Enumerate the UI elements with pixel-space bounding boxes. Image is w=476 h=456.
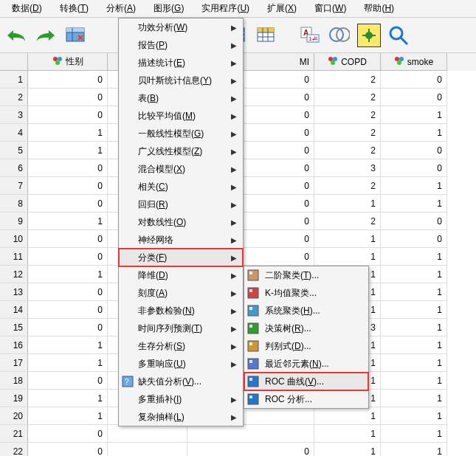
cell[interactable]: 0 <box>28 159 108 177</box>
cell[interactable]: 1 <box>314 407 381 425</box>
cell[interactable]: 0 <box>381 230 447 248</box>
menu-item[interactable]: 混合模型(X)▶ <box>119 160 243 178</box>
undo-icon[interactable] <box>4 24 28 47</box>
cell[interactable]: 0 <box>28 319 108 336</box>
cell[interactable]: 0 <box>28 372 108 390</box>
cell[interactable]: 0 <box>28 177 108 195</box>
cell[interactable]: 1 <box>28 390 108 407</box>
cell[interactable]: 0 <box>381 71 447 89</box>
cell[interactable]: 1 <box>28 124 108 142</box>
cell[interactable]: 2 <box>314 106 381 124</box>
cell[interactable]: 2 <box>314 142 381 159</box>
menubar-item-transform[interactable]: 转换(T) <box>51 0 97 17</box>
submenu-item[interactable]: 二阶聚类(T)... <box>244 266 368 284</box>
cell[interactable]: 2 <box>314 89 381 106</box>
menu-item[interactable]: 神经网络▶ <box>119 231 243 249</box>
menu-item[interactable]: 生存分析(S)▶ <box>119 337 243 355</box>
cell[interactable]: 0 <box>28 106 108 124</box>
cell[interactable]: 0 <box>381 89 447 106</box>
row-number[interactable]: 6 <box>0 159 28 177</box>
cell[interactable]: 1 <box>381 266 447 283</box>
select-cases-icon[interactable] <box>63 24 87 47</box>
menu-item[interactable]: 报告(P)▶ <box>119 36 243 54</box>
row-number[interactable]: 15 <box>0 319 28 336</box>
row-number[interactable]: 19 <box>0 390 28 407</box>
cell[interactable]: 2 <box>314 124 381 142</box>
menu-item[interactable]: 对数线性(O)▶ <box>119 213 243 231</box>
row-number[interactable]: 13 <box>0 283 28 301</box>
menu-item[interactable]: 描述统计(E)▶ <box>119 54 243 72</box>
menubar-item-extensions[interactable]: 扩展(X) <box>258 0 306 17</box>
cell[interactable]: 1 <box>381 248 447 266</box>
menubar-item-analyze[interactable]: 分析(A) <box>97 0 145 17</box>
row-number[interactable]: 8 <box>0 195 28 213</box>
cell[interactable] <box>108 425 187 443</box>
cell[interactable]: 1 <box>314 230 381 248</box>
row-number[interactable]: 21 <box>0 425 28 443</box>
menu-item[interactable]: 比较平均值(M)▶ <box>119 107 243 125</box>
row-number[interactable]: 12 <box>0 266 28 283</box>
row-number[interactable]: 5 <box>0 142 28 159</box>
cell[interactable]: 0 <box>381 213 447 230</box>
value-labels-icon[interactable] <box>328 24 351 47</box>
variable-labels-icon[interactable]: A1↲4 <box>298 24 322 47</box>
row-number[interactable]: 1 <box>0 71 28 89</box>
cell[interactable]: 0 <box>381 159 447 177</box>
submenu-item[interactable]: ROC 曲线(V)... <box>244 373 368 390</box>
submenu-item[interactable]: ROC 分析... <box>244 390 368 408</box>
cell[interactable]: 0 <box>28 71 108 89</box>
menubar-item-utilities[interactable]: 实用程序(U) <box>193 0 258 17</box>
menubar-item-window[interactable]: 窗口(W) <box>306 0 355 17</box>
submenu-item[interactable]: 最近邻元素(N)... <box>244 355 368 373</box>
row-number[interactable]: 22 <box>0 443 28 456</box>
row-number[interactable]: 16 <box>0 336 28 354</box>
column-header-copd[interactable]: COPD <box>314 53 381 71</box>
cell[interactable]: 0 <box>28 195 108 213</box>
menu-item[interactable]: 相关(C)▶ <box>119 178 243 196</box>
cell[interactable]: 1 <box>381 106 447 124</box>
cell[interactable]: 3 <box>314 159 381 177</box>
row-number[interactable]: 18 <box>0 372 28 390</box>
menu-item[interactable]: 刻度(A)▶ <box>119 284 243 302</box>
cell[interactable]: 1 <box>381 354 447 372</box>
menubar-item-data[interactable]: 数据(D) <box>3 0 51 17</box>
submenu-item[interactable]: K-均值聚类... <box>244 284 368 302</box>
cell[interactable]: 1 <box>314 195 381 213</box>
cell[interactable]: 1 <box>381 283 447 301</box>
cell[interactable]: 0 <box>28 230 108 248</box>
cell[interactable]: 1 <box>314 248 381 266</box>
cell[interactable]: 1 <box>381 372 447 390</box>
menu-item[interactable]: 非参数检验(N)▶ <box>119 302 243 319</box>
cell[interactable]: 1 <box>381 195 447 213</box>
cell[interactable]: 0 <box>381 142 447 159</box>
submenu-item[interactable]: 判别式(D)... <box>244 337 368 355</box>
cell[interactable]: 1 <box>28 354 108 372</box>
cell[interactable]: 1 <box>381 407 447 425</box>
row-number[interactable]: 2 <box>0 89 28 106</box>
cell[interactable]: 1 <box>28 266 108 283</box>
cell[interactable]: 2 <box>314 71 381 89</box>
cell[interactable]: 2 <box>314 177 381 195</box>
row-number[interactable]: 9 <box>0 213 28 230</box>
cell[interactable]: 1 <box>381 319 447 336</box>
row-number[interactable]: 14 <box>0 301 28 319</box>
submenu-item[interactable]: 系统聚类(H)... <box>244 302 368 319</box>
cell[interactable]: 0 <box>28 301 108 319</box>
cell[interactable]: 1 <box>381 301 447 319</box>
cell[interactable]: 0 <box>28 443 108 456</box>
cell[interactable]: 0 <box>28 425 108 443</box>
menu-item[interactable]: 降维(D)▶ <box>119 266 243 284</box>
submenu-item[interactable]: 决策树(R)... <box>244 319 368 337</box>
cell[interactable]: 1 <box>28 142 108 159</box>
cell[interactable]: 1 <box>314 443 381 456</box>
cell[interactable]: 1 <box>381 336 447 354</box>
menubar-item-help[interactable]: 帮助(H) <box>355 0 403 17</box>
use-sets-icon[interactable] <box>357 24 381 47</box>
cell[interactable]: 1 <box>381 124 447 142</box>
cell[interactable]: 0 <box>28 283 108 301</box>
cell[interactable]: 0 <box>187 443 314 456</box>
menu-item[interactable]: 分类(F)▶ <box>119 249 243 266</box>
menu-item[interactable]: 贝叶斯统计信息(Y)▶ <box>119 72 243 89</box>
cell[interactable]: 0 <box>28 89 108 106</box>
cell[interactable]: 1 <box>28 213 108 230</box>
